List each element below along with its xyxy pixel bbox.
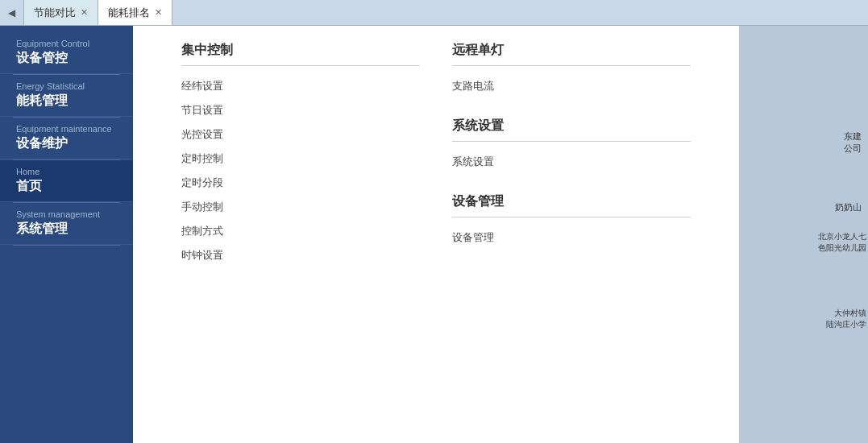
sidebar-en-system-management: System management: [16, 209, 120, 219]
map-label-naonaoshan: 奶奶山: [835, 201, 862, 213]
tab-energy-rank[interactable]: 能耗排名 ✕: [98, 0, 172, 25]
map-label-dongjianjingsi: 东建公司: [844, 130, 862, 155]
sidebar-item-equipment-control[interactable]: Equipment Control 设备管控: [0, 32, 133, 74]
menu-item-device-management[interactable]: 设备管理: [452, 226, 691, 250]
menu-item-system-settings[interactable]: 系统设置: [452, 150, 691, 174]
menu-title-centralized-control: 集中控制: [181, 42, 420, 66]
tab-label-energy-rank: 能耗排名: [108, 6, 150, 20]
menu-section-system-settings: 系统设置 系统设置: [452, 118, 691, 174]
arrow-left-icon: ◀: [8, 7, 15, 19]
sidebar-zh-equipment-control: 设备管控: [16, 50, 120, 67]
tab-bar: ◀ 节能对比 ✕ 能耗排名 ✕: [0, 0, 868, 26]
sidebar-item-system-management[interactable]: System management 系统管理: [0, 203, 133, 245]
sidebar-en-energy-statistical: Energy Statistical: [16, 81, 120, 91]
sidebar-item-energy-statistical[interactable]: Energy Statistical 能耗管理: [0, 75, 133, 117]
tab-scroll-left[interactable]: ◀: [0, 0, 24, 25]
menu-item-guangkong[interactable]: 光控设置: [181, 122, 420, 147]
sidebar-en-home: Home: [16, 167, 120, 176]
tab-close-energy-compare[interactable]: ✕: [81, 7, 88, 18]
menu-col-centralized-control: 集中控制 经纬设置 节日设置 光控设置 定时控制 定时分段 手动控制 控制方式 …: [165, 42, 436, 427]
sidebar-item-home[interactable]: Home 首页: [0, 160, 133, 202]
sidebar-zh-energy-statistical: 能耗管理: [16, 93, 120, 110]
content-area: 集中控制 经纬设置 节日设置 光控设置 定时控制 定时分段 手动控制 控制方式 …: [133, 26, 739, 443]
menu-section-remote-light: 远程单灯 支路电流: [452, 42, 691, 98]
dropdown-menu: 集中控制 经纬设置 节日设置 光控设置 定时控制 定时分段 手动控制 控制方式 …: [133, 26, 739, 443]
map-area: 东建公司 奶奶山 北京小龙人七色阳光幼儿园 大仲村镇陆沟庄小学: [739, 26, 868, 443]
menu-col-right: 远程单灯 支路电流 系统设置 系统设置 设备管理 设备管理: [436, 42, 707, 427]
sidebar-item-equipment-maintenance[interactable]: Equipment maintenance 设备维护: [0, 118, 133, 159]
sidebar-en-equipment-maintenance: Equipment maintenance: [16, 124, 120, 134]
menu-item-shoudong[interactable]: 手动控制: [181, 195, 420, 219]
sidebar-en-equipment-control: Equipment Control: [16, 39, 120, 48]
tab-label-energy-compare: 节能对比: [34, 6, 76, 20]
sidebar: Equipment Control 设备管控 Energy Statistica…: [0, 26, 133, 443]
map-label-school: 大仲村镇陆沟庄小学: [826, 308, 866, 330]
menu-item-zhilu[interactable]: 支路电流: [452, 74, 691, 98]
menu-title-system-settings: 系统设置: [452, 118, 691, 142]
sidebar-zh-home: 首页: [16, 178, 120, 195]
tab-energy-compare[interactable]: 节能对比 ✕: [24, 0, 98, 25]
menu-section-device-management: 设备管理 设备管理: [452, 193, 691, 250]
sidebar-zh-system-management: 系统管理: [16, 221, 120, 238]
menu-item-kongzhifangshi[interactable]: 控制方式: [181, 219, 420, 243]
menu-item-dingshi[interactable]: 定时控制: [181, 147, 420, 171]
tab-close-energy-rank[interactable]: ✕: [155, 7, 162, 18]
divider-5: [13, 245, 120, 246]
menu-item-jieri[interactable]: 节日设置: [181, 98, 420, 122]
menu-item-dingshifenduan[interactable]: 定时分段: [181, 171, 420, 195]
menu-title-remote-light: 远程单灯: [452, 42, 691, 66]
sidebar-zh-equipment-maintenance: 设备维护: [16, 135, 120, 152]
map-label-kindergarten: 北京小龙人七色阳光幼儿园: [818, 231, 866, 254]
menu-item-jingwei[interactable]: 经纬设置: [181, 74, 420, 98]
menu-item-shizhong[interactable]: 时钟设置: [181, 243, 420, 267]
main-layout: Equipment Control 设备管控 Energy Statistica…: [0, 26, 868, 443]
menu-title-device-management: 设备管理: [452, 193, 691, 217]
